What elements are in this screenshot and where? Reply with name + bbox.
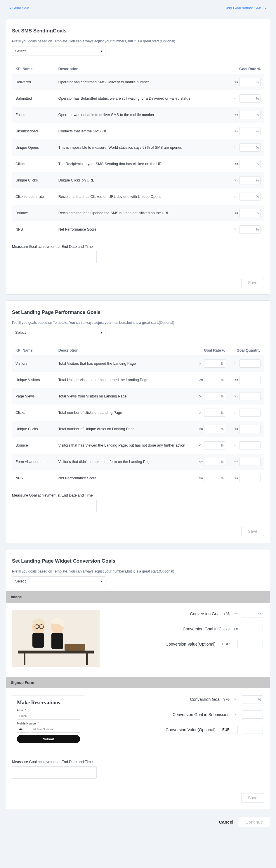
sms-template-select[interactable]: Select <box>12 46 105 56</box>
kpi-name: Submitted <box>12 90 55 107</box>
signup-preview-title: Make Reservations <box>17 700 80 706</box>
kpi-desc: Net Performance Score <box>55 470 194 486</box>
goal-rate-input[interactable] <box>204 441 225 450</box>
back-link-label: Send SMS <box>12 6 30 10</box>
goal-rate-input[interactable] <box>240 193 261 201</box>
goal-qty-input[interactable] <box>240 425 261 433</box>
landing-measure-input[interactable] <box>12 500 97 512</box>
goal-rate-input[interactable] <box>204 392 225 400</box>
goal-qty-input[interactable] <box>240 360 261 368</box>
goal-rate-input[interactable] <box>204 425 225 433</box>
kpi-name: Failed <box>12 107 55 123</box>
signup-pct-input[interactable] <box>242 695 263 704</box>
table-row: Form AbandomentVisitor's that didn't com… <box>12 454 264 470</box>
kpi-name: Bounce <box>12 437 55 454</box>
kpi-desc: Total number of Unique clicks on Landing… <box>55 421 194 437</box>
sms-goals-title: Set SMS SendingGoals <box>12 28 264 34</box>
table-row: ClicksTotal number of clicks on Landing … <box>12 404 264 421</box>
kpi-name: Clicks <box>12 156 55 172</box>
goal-rate-input[interactable] <box>204 474 225 482</box>
signup-value-label: Conversion Value(Optional) <box>166 727 215 732</box>
goal-rate-input[interactable] <box>204 458 225 466</box>
signup-cc-input[interactable] <box>17 726 29 733</box>
widget-template-select[interactable]: Select <box>12 576 105 586</box>
goal-qty-input[interactable] <box>240 458 261 466</box>
image-currency-input[interactable] <box>220 640 238 648</box>
landing-save-button[interactable]: Save <box>241 527 264 536</box>
signup-section-body: Make Reservations Email Mobile Number Su… <box>12 688 264 753</box>
sms-measure-input[interactable] <box>12 251 97 263</box>
back-link[interactable]: Send SMS <box>9 6 30 10</box>
goal-rate-op: >= <box>199 378 203 382</box>
kpi-desc: Operator has confirmed SMS Delivery to m… <box>55 74 224 90</box>
image-pct-label: Conversion Goal in % <box>190 611 230 616</box>
sms-kpi-table: KPI Name Description Goal Rate % Deliver… <box>12 64 264 238</box>
signup-mobile-input[interactable] <box>31 726 80 733</box>
goal-rate-input[interactable] <box>240 127 261 135</box>
goal-rate-input[interactable] <box>240 176 261 184</box>
signup-preview: Make Reservations Email Mobile Number Su… <box>12 695 100 748</box>
goal-op: >= <box>235 146 239 150</box>
kpi-desc: Contacts that left the SMS list <box>55 123 224 140</box>
image-value-input[interactable] <box>242 640 263 648</box>
col-desc: Description <box>55 64 224 74</box>
image-clicks-input[interactable] <box>242 625 263 633</box>
table-row: DeliveredOperator has confirmed SMS Deli… <box>12 74 264 90</box>
svg-rect-4 <box>65 644 85 651</box>
goal-qty-input[interactable] <box>240 392 261 400</box>
goal-rate-input[interactable] <box>240 78 261 86</box>
sms-save-button[interactable]: Save <box>241 278 264 287</box>
widget-measure-input[interactable] <box>12 766 97 779</box>
image-fields: Conversion Goal in % >= Conversion Goal … <box>105 610 264 667</box>
kpi-desc: Operator has Submitted status, we are st… <box>55 90 224 107</box>
table-row: NPSNet Performance Score>= >= <box>12 470 264 486</box>
goal-rate-input[interactable] <box>240 225 261 234</box>
bottom-actions: Cancel Continue <box>0 810 276 830</box>
skip-link[interactable]: Skip Goal setting SMS <box>225 6 267 10</box>
signup-value-input[interactable] <box>242 726 263 734</box>
signup-submit-button[interactable]: Submit <box>17 735 80 743</box>
signup-form-preview: Make Reservations Email Mobile Number Su… <box>12 695 85 748</box>
goal-qty-input[interactable] <box>240 409 261 417</box>
landing-goals-title: Set Landing Page Performance Goals <box>12 310 264 315</box>
continue-button[interactable]: Continue <box>238 817 270 827</box>
image-section-body: Conversion Goal in % >= Conversion Goal … <box>12 602 264 672</box>
goal-rate-input[interactable] <box>240 160 261 168</box>
widget-measure-label: Meassure Goal achievment at End Date and… <box>12 760 264 764</box>
kpi-desc: Total Unique Visitors that has opened th… <box>55 372 194 388</box>
goal-rate-input[interactable] <box>240 209 261 217</box>
signup-currency-input[interactable] <box>220 726 238 734</box>
goal-rate-input[interactable] <box>240 144 261 152</box>
signup-email-input[interactable] <box>17 713 80 719</box>
landing-template-select[interactable]: Select <box>12 328 105 337</box>
widget-save-button[interactable]: Save <box>241 793 264 803</box>
kpi-name: Clicks <box>12 404 55 421</box>
goal-op: >= <box>235 178 239 182</box>
goal-rate-input[interactable] <box>240 94 261 102</box>
goal-qty-op: >= <box>235 476 239 480</box>
kpi-desc: Total Visitors that has opened the Landi… <box>55 355 194 372</box>
goal-rate-input[interactable] <box>240 111 261 119</box>
signup-sub-op: >= <box>234 713 238 717</box>
image-pct-input[interactable] <box>242 610 263 618</box>
goal-qty-op: >= <box>235 378 239 382</box>
svg-rect-1 <box>18 651 94 653</box>
kpi-name: Bounce <box>12 205 55 221</box>
goal-rate-op: <= <box>199 460 203 464</box>
kpi-name: Click to open rate <box>12 188 55 205</box>
goal-qty-input[interactable] <box>240 376 261 384</box>
goal-rate-op: >= <box>199 427 203 431</box>
kpi-desc: Unique Clicks on URL <box>55 172 224 188</box>
goal-rate-input[interactable] <box>204 409 225 417</box>
kpi-name: NPS <box>12 470 55 486</box>
goal-qty-input[interactable] <box>240 441 261 450</box>
widget-goals-desc: Prefill you goals based on Template. You… <box>12 569 264 574</box>
widget-template-select-wrap: Select <box>12 576 105 586</box>
goal-qty-input[interactable] <box>240 474 261 482</box>
cancel-button[interactable]: Cancel <box>217 819 235 825</box>
goal-rate-input[interactable] <box>204 360 225 368</box>
goal-rate-input[interactable] <box>204 376 225 384</box>
signup-sub-input[interactable] <box>242 711 263 719</box>
widget-goals-title: Set Landing Page Widget Conversion Goals <box>12 558 264 564</box>
table-row: Page ViewsTotal Views from Visitors on L… <box>12 388 264 404</box>
